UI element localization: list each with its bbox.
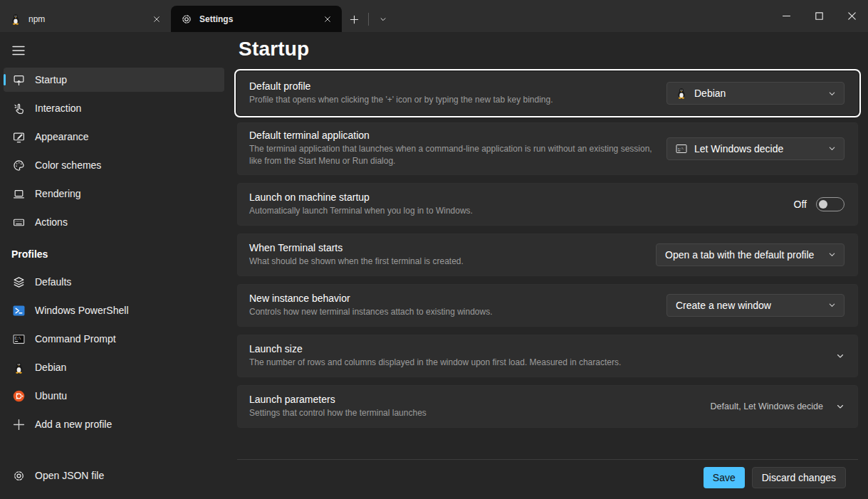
setting-row-launch-on-machine-startup[interactable]: Launch on machine startup Automatically … bbox=[237, 183, 858, 226]
when-terminal-starts-dropdown[interactable]: Open a tab with the default profile bbox=[656, 243, 845, 266]
close-window-button[interactable] bbox=[835, 0, 868, 32]
tux-icon bbox=[11, 360, 26, 374]
setting-row-when-terminal-starts[interactable]: When Terminal starts What should be show… bbox=[237, 233, 858, 276]
sidebar-item-add-new-profile[interactable]: Add a new profile bbox=[4, 412, 224, 436]
tab-npm[interactable]: npm bbox=[0, 6, 171, 32]
setting-subtitle: The terminal application that launches w… bbox=[249, 143, 652, 168]
tux-icon bbox=[10, 14, 21, 25]
setting-text: Launch size The number of rows and colum… bbox=[249, 343, 836, 369]
launch-on-startup-toggle[interactable] bbox=[816, 197, 845, 211]
close-tab-icon[interactable] bbox=[148, 11, 165, 28]
sidebar-item-interaction[interactable]: Interaction bbox=[4, 96, 224, 120]
setting-text: When Terminal starts What should be show… bbox=[249, 242, 656, 268]
expander-value: Default, Let Windows decide bbox=[711, 401, 823, 411]
open-json-file-button[interactable]: Open JSON file bbox=[4, 463, 224, 488]
tab-dropdown-button[interactable] bbox=[372, 9, 394, 29]
maximize-icon bbox=[815, 12, 823, 20]
save-button[interactable]: Save bbox=[704, 467, 745, 488]
setting-subtitle: The number of rows and columns displayed… bbox=[249, 357, 669, 369]
setting-text: Launch parameters Settings that control … bbox=[249, 394, 711, 419]
chevron-down-icon bbox=[828, 145, 836, 152]
profiles-section-header: Profiles bbox=[0, 238, 228, 270]
sidebar-item-appearance[interactable]: Appearance bbox=[4, 125, 224, 149]
tab-label: npm bbox=[28, 14, 141, 24]
setting-text: New instance behavior Controls how new t… bbox=[249, 293, 666, 318]
sidebar-item-rendering[interactable]: Rendering bbox=[4, 182, 224, 206]
sidebar-item-windows-powershell[interactable]: Windows PowerShell bbox=[4, 298, 224, 322]
interaction-icon bbox=[11, 101, 26, 115]
chevron-down-icon bbox=[380, 16, 387, 23]
hamburger-icon bbox=[12, 46, 25, 56]
page-title: Startup bbox=[239, 38, 858, 61]
terminal-window-icon: C:\ bbox=[676, 143, 687, 154]
tux-icon bbox=[676, 88, 687, 99]
color-schemes-icon bbox=[11, 158, 26, 172]
gear-icon bbox=[181, 14, 192, 25]
setting-row-launch-parameters[interactable]: Launch parameters Settings that control … bbox=[237, 385, 858, 428]
layers-icon bbox=[11, 275, 26, 289]
tab-settings[interactable]: Settings bbox=[171, 6, 342, 32]
settings-main-panel: Startup Default profile Profile that ope… bbox=[228, 32, 868, 499]
sidebar-item-label: Windows PowerShell bbox=[35, 305, 129, 316]
sidebar-item-ubuntu[interactable]: Ubuntu bbox=[4, 384, 224, 408]
maximize-button[interactable] bbox=[802, 0, 835, 32]
sidebar-item-startup[interactable]: Startup bbox=[4, 68, 224, 92]
sidebar-item-command-prompt[interactable]: C:\ Command Prompt bbox=[4, 327, 224, 351]
sidebar-item-label: Appearance bbox=[35, 131, 89, 142]
dropdown-value: Debian bbox=[694, 88, 726, 99]
setting-row-new-instance-behavior[interactable]: New instance behavior Controls how new t… bbox=[237, 284, 858, 327]
default-terminal-application-dropdown[interactable]: C:\ Let Windows decide bbox=[666, 137, 845, 160]
plus-icon bbox=[349, 14, 360, 25]
rendering-icon bbox=[11, 187, 26, 201]
dropdown-value: Create a new window bbox=[676, 300, 771, 311]
tab-bar: npm Settings bbox=[0, 0, 395, 32]
sidebar-item-actions[interactable]: Actions bbox=[4, 210, 224, 234]
cmd-icon: C:\ bbox=[11, 332, 26, 346]
sidebar-item-label: Startup bbox=[35, 74, 67, 85]
startup-icon bbox=[11, 73, 26, 87]
sidebar-item-label: Defaults bbox=[35, 276, 71, 288]
setting-subtitle: Profile that opens when clicking the '+'… bbox=[249, 94, 652, 106]
new-instance-behavior-dropdown[interactable]: Create a new window bbox=[666, 294, 845, 317]
setting-row-launch-size[interactable]: Launch size The number of rows and colum… bbox=[237, 335, 858, 377]
setting-row-default-profile[interactable]: Default profile Profile that opens when … bbox=[237, 72, 858, 115]
default-profile-dropdown[interactable]: Debian bbox=[666, 82, 845, 105]
save-bar: Save Discard changes bbox=[237, 459, 858, 499]
ubuntu-icon bbox=[11, 389, 26, 403]
gear-icon bbox=[11, 468, 26, 483]
setting-subtitle: Automatically launch Terminal when you l… bbox=[249, 205, 669, 217]
sidebar-item-label: Command Prompt bbox=[35, 333, 116, 345]
setting-title: Launch on machine startup bbox=[249, 191, 780, 203]
setting-row-default-terminal-application[interactable]: Default terminal application The termina… bbox=[237, 122, 858, 175]
chevron-down-icon bbox=[828, 251, 836, 258]
setting-text: Launch on machine startup Automatically … bbox=[249, 191, 794, 217]
setting-title: Launch parameters bbox=[249, 394, 696, 405]
expander-chevron-down-icon[interactable] bbox=[836, 352, 845, 360]
discard-changes-button[interactable]: Discard changes bbox=[752, 467, 846, 488]
actions-icon bbox=[11, 215, 26, 229]
sidebar-item-label: Add a new profile bbox=[35, 419, 112, 430]
setting-subtitle: Settings that control how the terminal l… bbox=[249, 407, 669, 419]
sidebar-item-label: Rendering bbox=[35, 188, 81, 199]
sidebar-item-label: Interaction bbox=[35, 103, 81, 114]
sidebar-nav: Startup Interaction Appearance bbox=[0, 68, 228, 463]
dropdown-value: Open a tab with the default profile bbox=[665, 249, 814, 261]
minimize-button[interactable] bbox=[770, 0, 802, 32]
settings-sidebar: Startup Interaction Appearance bbox=[0, 32, 228, 499]
sidebar-item-label: Debian bbox=[35, 362, 66, 373]
expander-chevron-down-icon[interactable] bbox=[836, 402, 845, 411]
toggle-state-label: Off bbox=[794, 199, 807, 210]
setting-text: Default terminal application The termina… bbox=[249, 130, 666, 168]
sidebar-item-debian[interactable]: Debian bbox=[4, 355, 224, 379]
setting-subtitle: What should be shown when the first term… bbox=[249, 256, 642, 268]
new-tab-button[interactable] bbox=[343, 9, 365, 29]
sidebar-item-label: Ubuntu bbox=[35, 390, 67, 401]
navigation-menu-button[interactable] bbox=[6, 39, 31, 62]
toggle-knob bbox=[819, 200, 827, 209]
sidebar-item-color-schemes[interactable]: Color schemes bbox=[4, 153, 224, 177]
close-tab-icon[interactable] bbox=[319, 11, 336, 28]
setting-subtitle: Controls how new terminal instances atta… bbox=[249, 306, 652, 318]
tab-label: Settings bbox=[199, 14, 312, 24]
close-icon bbox=[848, 12, 856, 20]
sidebar-item-defaults[interactable]: Defaults bbox=[4, 270, 224, 294]
